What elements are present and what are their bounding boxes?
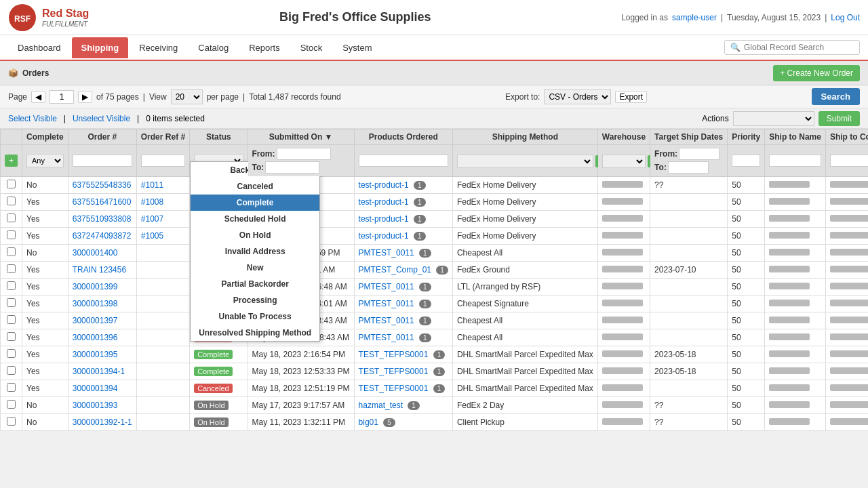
- ship-company-filter-input[interactable]: [830, 155, 868, 167]
- row-checkbox[interactable]: [7, 298, 16, 307]
- next-page-button[interactable]: ▶: [78, 91, 92, 103]
- product-link[interactable]: PMTEST_0011: [359, 248, 414, 258]
- per-page-select[interactable]: 20 50 100: [171, 89, 203, 104]
- order-id-link[interactable]: 3000001400: [73, 248, 118, 258]
- submitted-to-input[interactable]: [265, 161, 319, 174]
- status-option-on-hold[interactable]: On Hold: [191, 227, 319, 243]
- search-button[interactable]: Search: [812, 88, 860, 105]
- header-order-ref[interactable]: Order Ref #: [136, 129, 189, 145]
- product-link[interactable]: big01: [359, 418, 378, 427]
- product-link[interactable]: PMTEST_Comp_01: [359, 265, 431, 274]
- select-visible-link[interactable]: Select Visible: [8, 114, 57, 123]
- products-filter-input[interactable]: [359, 155, 448, 167]
- product-link[interactable]: PMTEST_0011: [359, 316, 414, 325]
- order-ref-link[interactable]: #1008: [141, 197, 163, 207]
- row-checkbox[interactable]: [7, 214, 16, 222]
- product-link[interactable]: PMTEST_0011: [359, 299, 414, 308]
- prev-page-button[interactable]: ◀: [31, 91, 45, 103]
- row-checkbox[interactable]: [7, 417, 16, 426]
- order-id-link[interactable]: 6372474093872: [73, 231, 132, 241]
- order-id-link[interactable]: 6375525548336: [73, 180, 132, 190]
- status-option-unresolved-shipping[interactable]: Unresolved Shipping Method: [191, 325, 319, 341]
- row-checkbox[interactable]: [7, 383, 16, 392]
- header-status[interactable]: Status: [190, 129, 248, 145]
- ship-name-bar: [769, 333, 810, 340]
- order-id-link[interactable]: 3000001393: [73, 401, 118, 410]
- order-ref-link[interactable]: #1005: [141, 231, 163, 241]
- order-id-link[interactable]: 3000001392-1-1: [73, 418, 132, 427]
- order-ref-filter-input[interactable]: [141, 155, 185, 167]
- product-link[interactable]: test-product-1: [359, 231, 409, 241]
- product-link[interactable]: TEST_TEFPS0001: [359, 367, 429, 376]
- row-checkbox[interactable]: [7, 230, 16, 239]
- shipping-filter-select[interactable]: [457, 155, 593, 168]
- product-link[interactable]: PMTEST_0011: [359, 333, 414, 342]
- order-ref-link[interactable]: #1007: [141, 214, 163, 224]
- header-order-num[interactable]: Order #: [68, 129, 136, 145]
- submit-button[interactable]: Submit: [818, 111, 860, 126]
- status-option-partial-backorder[interactable]: Partial Backorder: [191, 276, 319, 292]
- target-from-input[interactable]: [679, 148, 719, 160]
- row-checkbox[interactable]: [7, 264, 16, 273]
- ship-name-filter-input[interactable]: [769, 155, 821, 167]
- product-link[interactable]: test-product-1: [359, 214, 409, 224]
- actions-select[interactable]: [733, 111, 814, 126]
- order-id-link[interactable]: 3000001395: [73, 350, 118, 359]
- product-link[interactable]: test-product-1: [359, 180, 409, 190]
- nav-stock[interactable]: Stock: [291, 37, 332, 58]
- row-checkbox[interactable]: [7, 349, 16, 358]
- order-id-link[interactable]: 3000001394: [73, 384, 118, 393]
- nav-catalog[interactable]: Catalog: [189, 37, 238, 58]
- target-to-input[interactable]: [668, 161, 709, 174]
- warehouse-filter-select[interactable]: [602, 155, 646, 168]
- order-id-link[interactable]: 3000001397: [73, 316, 118, 325]
- header-submitted[interactable]: Submitted On ▼: [248, 129, 354, 145]
- row-checkbox[interactable]: [7, 400, 16, 409]
- product-link[interactable]: PMTEST_0011: [359, 282, 414, 291]
- logout-link[interactable]: Log Out: [831, 13, 860, 22]
- status-option-scheduled-hold[interactable]: Scheduled Hold: [191, 211, 319, 227]
- nav-dashboard[interactable]: Dashboard: [8, 37, 71, 58]
- order-id-link[interactable]: TRAIN 123456: [73, 265, 126, 274]
- nav-shipping[interactable]: Shipping: [72, 37, 129, 58]
- export-format-select[interactable]: CSV - Orders: [544, 89, 611, 104]
- order-id-link[interactable]: 3000001398: [73, 299, 118, 308]
- status-option-complete[interactable]: Complete: [191, 195, 319, 211]
- row-checkbox[interactable]: [7, 180, 16, 188]
- nav-reports[interactable]: Reports: [239, 37, 290, 58]
- order-id-link[interactable]: 3000001399: [73, 282, 118, 291]
- nav-system[interactable]: System: [333, 37, 381, 58]
- row-checkbox[interactable]: [7, 315, 16, 324]
- submitted-from-input[interactable]: [277, 148, 331, 160]
- export-button[interactable]: Export: [615, 91, 647, 103]
- user-link[interactable]: sample-user: [672, 13, 717, 22]
- status-option-new[interactable]: New: [191, 260, 319, 276]
- status-option-unable-to-process[interactable]: Unable To Process: [191, 308, 319, 325]
- create-order-button[interactable]: + Create New Order: [773, 65, 860, 81]
- status-option-invalid-address[interactable]: Invalid Address: [191, 243, 319, 260]
- order-id-link[interactable]: 3000001396: [73, 333, 118, 342]
- add-filter-button[interactable]: +: [5, 155, 18, 167]
- global-search-input[interactable]: [744, 43, 852, 52]
- status-option-canceled[interactable]: Canceled: [191, 178, 319, 195]
- order-id-link[interactable]: 3000001394-1: [73, 367, 125, 376]
- status-option-processing[interactable]: Processing: [191, 292, 319, 308]
- row-checkbox[interactable]: [7, 281, 16, 290]
- order-id-link[interactable]: 6375516471600: [73, 197, 132, 207]
- order-id-link[interactable]: 6375510933808: [73, 214, 132, 224]
- priority-filter-input[interactable]: [732, 155, 760, 167]
- order-ref-link[interactable]: #1011: [141, 180, 163, 190]
- unselect-visible-link[interactable]: Unselect Visible: [73, 114, 130, 123]
- product-link[interactable]: TEST_TEFPS0001: [359, 384, 429, 393]
- page-input[interactable]: [50, 90, 74, 104]
- row-checkbox[interactable]: [7, 247, 16, 256]
- order-num-filter-input[interactable]: [73, 155, 132, 167]
- complete-filter-select[interactable]: Any Yes No: [26, 154, 64, 167]
- row-checkbox[interactable]: [7, 332, 16, 341]
- row-checkbox[interactable]: [7, 197, 16, 205]
- nav-receiving[interactable]: Receiving: [130, 37, 187, 58]
- product-link[interactable]: hazmat_test: [359, 401, 403, 410]
- product-link[interactable]: TEST_TEFPS0001: [359, 350, 429, 359]
- product-link[interactable]: test-product-1: [359, 197, 409, 207]
- row-checkbox[interactable]: [7, 366, 16, 375]
